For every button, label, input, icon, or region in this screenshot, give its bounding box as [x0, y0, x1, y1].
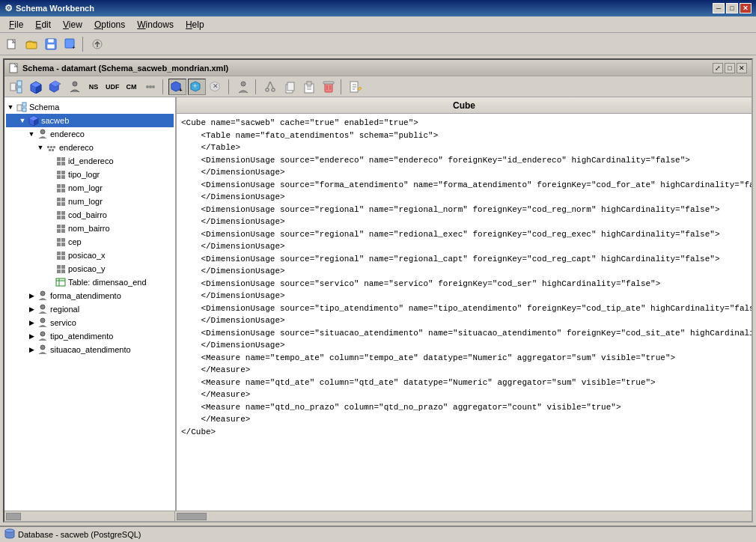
tree-expand-schema[interactable]: ▼	[6, 103, 15, 112]
tree-item-id_endereco[interactable]: id_endereco	[6, 154, 174, 168]
field-icon-id_endereco	[55, 155, 67, 167]
menu-edit[interactable]: Edit	[29, 18, 57, 31]
tree-expand-servico[interactable]: ▶	[27, 318, 36, 327]
field-icon-num_logr	[55, 195, 67, 207]
status-bar: Database - sacweb (PostgreSQL)	[0, 526, 756, 542]
cube-panel: Cube <Cube name="sacweb" cache="true" en…	[177, 97, 752, 511]
tree-item-cod_bairro[interactable]: cod_bairro	[6, 208, 174, 222]
schema-restore-btn[interactable]: ⤢	[713, 63, 723, 73]
schema-tb-udf[interactable]: UDF	[103, 79, 122, 95]
schema-tb-cm[interactable]: CM	[124, 79, 140, 95]
schema-tb-vcube[interactable]	[46, 79, 64, 95]
tree-label-endereco: endereco	[50, 130, 85, 138]
menu-view[interactable]: View	[57, 18, 88, 31]
tree-item-posicao_y[interactable]: posicao_y	[6, 262, 174, 275]
tree-item-sacweb[interactable]: ▼ sacweb	[6, 114, 174, 127]
dim-icon-regional	[37, 303, 49, 315]
svg-point-19	[73, 82, 77, 86]
svg-text:+: +	[179, 87, 183, 94]
svg-point-54	[40, 130, 45, 134]
tree-item-forma_atendimento[interactable]: ▶ forma_atendimento	[6, 289, 174, 302]
schema-tb-cut[interactable]	[261, 79, 279, 95]
svg-line-33	[270, 82, 273, 88]
svg-rect-56	[50, 146, 52, 148]
dim-icon-tipo	[37, 330, 49, 342]
toolbar-new-btn[interactable]	[3, 36, 21, 52]
toolbar-open-btn[interactable]	[22, 36, 40, 52]
svg-point-63	[40, 291, 45, 296]
svg-point-67	[40, 345, 45, 350]
schema-tb-delete[interactable]	[320, 79, 338, 95]
svg-rect-55	[47, 146, 49, 148]
schema-toolbar: NS UDF CM + + ✕	[4, 76, 752, 97]
window-controls: ─ □ ✕	[713, 3, 752, 13]
tree-label-tipo_logr: tipo_logr	[68, 170, 100, 179]
tree-item-situacao_atendimento[interactable]: ▶ situacao_atendimento	[6, 343, 174, 356]
dim-icon-situacao	[37, 344, 49, 356]
field-icon-nom_bairro	[55, 222, 67, 234]
schema-tb-person[interactable]	[234, 79, 252, 95]
tree-item-nom_bairro[interactable]: nom_bairro	[6, 222, 174, 235]
tree-label-dim_end_table: Table: dimensao_end	[68, 278, 147, 287]
schema-tb-paste[interactable]	[300, 79, 318, 95]
tree-item-endereco[interactable]: ▼ endereco	[6, 127, 174, 141]
schema-tb-param[interactable]	[141, 79, 159, 95]
tree-item-regional[interactable]: ▶ regional	[6, 302, 174, 316]
menu-windows[interactable]: Windows	[131, 18, 180, 31]
tree-panel[interactable]: ▼ Schema ▼ sacweb	[4, 97, 177, 511]
tree-label-cod_bairro: cod_bairro	[68, 210, 107, 219]
tree-item-num_logr[interactable]: num_logr	[6, 195, 174, 208]
svg-point-31	[272, 88, 275, 91]
minimize-button[interactable]: ─	[713, 3, 725, 13]
tree-label-schema: Schema	[29, 103, 59, 112]
tree-item-nom_logr[interactable]: nom_logr	[6, 181, 174, 195]
tree-expand-regional[interactable]: ▶	[27, 305, 36, 314]
tree-expand-tipo[interactable]: ▶	[27, 332, 36, 341]
tree-item-schema-root[interactable]: ▼ Schema	[6, 100, 174, 114]
tree-item-posicao_x[interactable]: posicao_x	[6, 249, 174, 262]
schema-tb-add2[interactable]: ✕	[207, 79, 225, 95]
maximize-button[interactable]: □	[726, 3, 738, 13]
toolbar-publish-btn[interactable]	[88, 36, 106, 52]
schema-tb-cm-add[interactable]: +	[168, 79, 186, 95]
svg-rect-4	[47, 44, 55, 49]
tree-expand-endereco-sub[interactable]: ▼	[36, 143, 45, 152]
schema-window-controls: ⤢ □ ✕	[713, 63, 747, 73]
menu-file[interactable]: File	[3, 18, 29, 31]
field-icon-tipo_logr	[55, 168, 67, 180]
svg-point-66	[40, 332, 45, 336]
svg-text:+: +	[72, 44, 76, 50]
tree-item-endereco-sub[interactable]: ▼ endereco	[6, 141, 174, 154]
field-icon-posicao_x	[55, 249, 67, 261]
schema-tb-edit[interactable]	[347, 79, 365, 95]
close-button[interactable]: ✕	[740, 3, 752, 13]
schema-doc-icon	[9, 63, 19, 73]
tree-item-tipo_atendimento[interactable]: ▶ tipo_atendimento	[6, 329, 174, 343]
toolbar-save-btn[interactable]	[42, 36, 60, 52]
schema-tb-copy[interactable]	[281, 79, 299, 95]
menu-help[interactable]: Help	[180, 18, 210, 31]
tree-expand-situacao[interactable]: ▶	[27, 345, 36, 354]
schema-close-btn[interactable]: ✕	[737, 63, 747, 73]
tree-expand-sacweb[interactable]: ▼	[18, 116, 27, 125]
tree-label-regional: regional	[50, 305, 79, 314]
schema-tb-dim[interactable]	[66, 79, 84, 95]
xml-h-scrollbar[interactable]	[175, 511, 752, 521]
tree-item-dim_end_table[interactable]: Table: dimensao_end	[6, 275, 174, 289]
schema-tb-ns[interactable]: NS	[85, 79, 102, 95]
schema-max-btn[interactable]: □	[725, 63, 735, 73]
schema-tb-add1[interactable]: +	[188, 79, 206, 95]
tree-expand-forma[interactable]: ▶	[27, 291, 36, 300]
schema-tb-schema[interactable]	[7, 79, 25, 95]
xml-editor[interactable]: <Cube name="sacweb" cache="true" enabled…	[177, 114, 752, 511]
schema-tb-cube[interactable]	[27, 79, 45, 95]
tree-expand-endereco[interactable]: ▼	[27, 130, 36, 138]
toolbar-saveas-btn[interactable]: +	[61, 36, 79, 52]
menu-options[interactable]: Options	[88, 18, 131, 31]
field-icon-cod_bairro	[55, 209, 67, 221]
tree-item-cep[interactable]: cep	[6, 235, 174, 249]
tree-item-servico[interactable]: ▶ servico	[6, 316, 174, 329]
svg-rect-41	[323, 82, 334, 84]
tree-h-scrollbar[interactable]	[4, 511, 175, 521]
tree-item-tipo_logr[interactable]: tipo_logr	[6, 168, 174, 181]
